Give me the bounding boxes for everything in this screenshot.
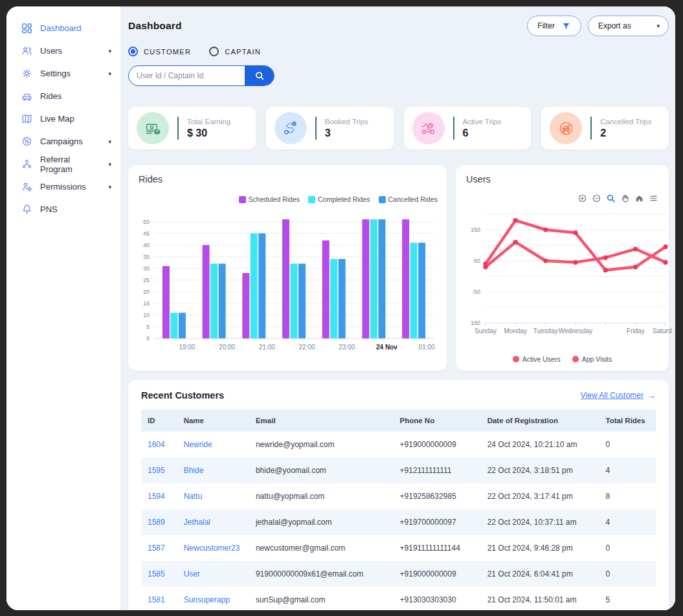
customer-id-link[interactable]: 1585 (148, 569, 165, 578)
customer-name-link[interactable]: Bhide (184, 466, 204, 475)
stat-value: $ 30 (187, 127, 230, 139)
stat-cards-row: Total Earning $ 30 Booked Trips 3 Active… (128, 107, 669, 149)
home-button[interactable] (634, 193, 644, 203)
users-line-chart: 15050-50150SundayMondayTuesdayWednesdayF… (461, 208, 672, 351)
legend-item-app-visits[interactable]: App Visits (572, 355, 612, 363)
customer-name-link[interactable]: Newcustomer23 (184, 544, 240, 553)
table-cell: +919000000009 (400, 440, 456, 449)
table-cell: 0 (606, 440, 610, 449)
header-actions: Filter Export as ▾ (527, 16, 669, 36)
column-header-total-rides: Total Rides (599, 410, 656, 432)
customer-id-link[interactable]: 1595 (148, 466, 165, 475)
search-input[interactable] (129, 66, 245, 85)
legend-item-active-users[interactable]: Active Users (513, 355, 561, 363)
customer-name-link[interactable]: Nattu (184, 492, 203, 501)
sidebar-item-dashboard[interactable]: Dashboard (6, 17, 120, 39)
legend-item-scheduled-rides[interactable]: Scheduled Rides (239, 195, 300, 203)
pan-button[interactable] (620, 193, 630, 203)
legend-swatch (379, 196, 386, 203)
menu-button[interactable] (649, 193, 658, 203)
customer-id-link[interactable]: 1589 (148, 518, 165, 527)
customer-name-link[interactable]: User (184, 569, 200, 578)
customer-name-link[interactable]: Sunsuperapp (184, 595, 230, 604)
live-map-icon (21, 113, 33, 125)
table-cell: 4 (606, 518, 610, 527)
svg-text:45: 45 (143, 230, 150, 237)
table-cell: 8 (606, 492, 610, 501)
sidebar-item-referral-program[interactable]: Referral Program ▾ (6, 153, 120, 175)
table-row: 1595Bhidebhide@yoomail.com+9121111111112… (141, 457, 656, 483)
selection-zoom-button[interactable] (606, 193, 616, 203)
zoom-in-icon (577, 193, 587, 203)
search-bar (128, 65, 274, 86)
svg-text:5: 5 (146, 324, 150, 330)
table-cell: +91911111111144 (400, 544, 460, 553)
column-header-phone-no: Phone No (394, 410, 481, 432)
table-cell: 22 Oct 2024, 10:37:11 am (487, 518, 577, 527)
users-chart-toolbar (577, 193, 658, 203)
filter-button-label: Filter (537, 21, 555, 30)
rides-icon (21, 90, 33, 102)
table-cell: sunSup@gmail.com (256, 595, 326, 604)
search-icon (254, 71, 265, 81)
sidebar-item-permissions[interactable]: Permissions ▾ (6, 175, 120, 198)
zoom-in-button[interactable] (577, 193, 587, 203)
sidebar-item-campaigns[interactable]: Campaigns ▾ (6, 130, 120, 153)
export-as-label: Export as (598, 21, 631, 30)
customer-id-link[interactable]: 1594 (148, 492, 165, 501)
sidebar-item-rides[interactable]: Rides (6, 85, 120, 107)
customer-id-link[interactable]: 1587 (148, 544, 165, 553)
svg-text:21:00: 21:00 (259, 344, 275, 351)
table-cell: 22 Oct 2024, 3:18:51 pm (487, 466, 573, 475)
table-cell: newride@yopmail.com (256, 440, 335, 449)
export-as-dropdown[interactable]: Export as ▾ (588, 16, 669, 36)
filter-button[interactable]: Filter (527, 16, 581, 36)
charts-row: Rides Scheduled Rides Completed Rides Ca… (128, 165, 669, 371)
sidebar: Dashboard Users ▾ Settings ▾ Rides Live … (6, 6, 120, 610)
table-cell: +919258632985 (400, 492, 456, 501)
arrow-right-icon: → (647, 390, 656, 401)
table-body: 1604Newridenewride@yopmail.com+919000000… (141, 432, 656, 610)
svg-text:40: 40 (143, 242, 150, 248)
search-button[interactable] (245, 66, 274, 85)
svg-text:01:00: 01:00 (419, 344, 435, 351)
sidebar-item-label: Users (40, 46, 62, 56)
permissions-icon (21, 181, 33, 193)
customer-name-link[interactable]: Newride (184, 440, 212, 449)
sidebar-item-users[interactable]: Users ▾ (6, 39, 120, 62)
radio-customer[interactable]: CUSTOMER (128, 47, 191, 56)
table-row: 1604Newridenewride@yopmail.com+919000000… (141, 432, 656, 457)
zoom-out-button[interactable] (592, 193, 601, 203)
users-chart-legend: Active Users App Visits (456, 355, 669, 363)
menu-icon (649, 193, 658, 203)
svg-text:15: 15 (143, 300, 150, 307)
svg-text:50: 50 (143, 219, 150, 225)
svg-text:20:00: 20:00 (219, 344, 235, 351)
customer-id-link[interactable]: 1581 (148, 595, 165, 604)
customer-id-link[interactable]: 1604 (148, 440, 165, 449)
referral-icon (21, 158, 33, 170)
stat-value: 2 (600, 127, 651, 139)
svg-text:Sunday: Sunday (475, 327, 497, 335)
sidebar-item-pns[interactable]: PNS (6, 198, 120, 221)
view-all-customer-link[interactable]: View All Customer → (581, 390, 656, 401)
stat-label: Cancelled Trips (600, 118, 651, 126)
table-cell: 0 (606, 569, 610, 578)
table-cell: +913030303030 (400, 595, 456, 604)
radio-captain[interactable]: CAPTAIN (209, 47, 261, 56)
table-row: 1594Nattunattu@yopmail.com+9192586329852… (141, 483, 656, 509)
user-type-radio-group: CUSTOMER CAPTAIN (128, 47, 669, 56)
stat-label: Booked Trips (325, 118, 368, 126)
stat-divider (315, 116, 317, 140)
sidebar-item-settings[interactable]: Settings ▾ (6, 62, 120, 85)
stat-icon-circle (137, 112, 169, 144)
svg-text:22:00: 22:00 (298, 344, 315, 351)
legend-item-completed-rides[interactable]: Completed Rides (308, 195, 370, 203)
stat-divider (177, 116, 179, 140)
table-cell: 919000000009x61@email.com (256, 569, 363, 578)
chevron-down-icon: ▾ (656, 23, 660, 29)
sidebar-item-label: Rides (40, 91, 62, 101)
sidebar-item-live-map[interactable]: Live Map (6, 107, 120, 130)
legend-item-cancelled-rides[interactable]: Cancelled Rides (379, 195, 438, 203)
customer-name-link[interactable]: Jethalal (184, 518, 210, 527)
